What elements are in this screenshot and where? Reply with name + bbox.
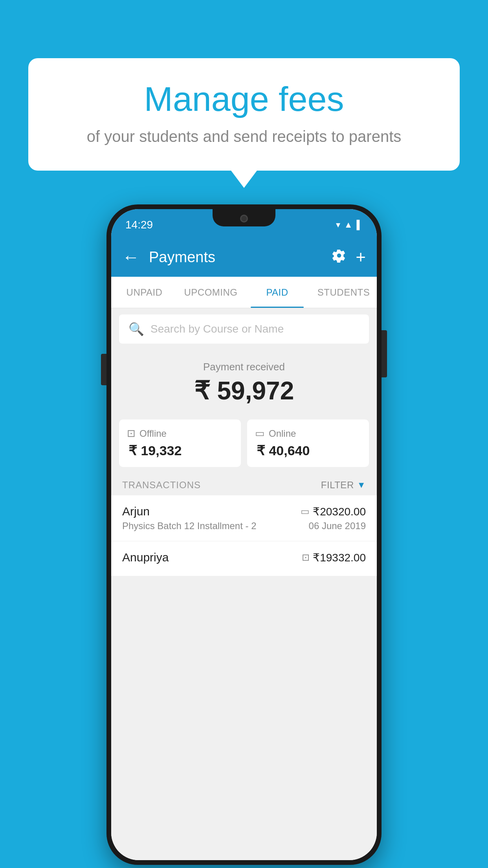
content-area: 🔍 Search by Course or Name Payment recei… [111,308,377,860]
transaction-amount-anupriya: ₹19332.00 [313,551,366,564]
transaction-course-arjun: Physics Batch 12 Installment - 2 [122,520,256,531]
offline-icon: ⊡ [127,427,136,440]
offline-card: ⊡ Offline ₹ 19,332 [119,419,241,467]
transaction-name-anupriya: Anupriya [122,551,169,564]
transaction-amount-row-arjun: ▭ ₹20320.00 [301,505,366,518]
transaction-row-arjun[interactable]: Arjun ▭ ₹20320.00 Physics Batch 12 Insta… [111,495,377,541]
add-button[interactable]: + [356,247,366,267]
tab-unpaid[interactable]: UNPAID [111,277,178,308]
transaction-name-arjun: Arjun [122,505,150,518]
tab-paid[interactable]: PAID [244,277,310,308]
transaction-bottom-arjun: Physics Batch 12 Installment - 2 06 June… [122,520,366,531]
payment-received-section: Payment received ₹ 59,972 [111,350,377,413]
settings-icon[interactable] [332,248,346,266]
transactions-label: TRANSACTIONS [122,480,201,491]
offline-amount: ₹ 19,332 [127,443,233,458]
transaction-card-icon-arjun: ▭ [301,506,310,517]
tab-upcoming[interactable]: UPCOMING [178,277,244,308]
filter-label: FILTER [321,480,354,491]
filter-button[interactable]: FILTER ▼ [321,480,366,491]
phone-screen: 14:29 ▾ ▲ ▌ ← Payments + [111,209,377,860]
payment-cards: ⊡ Offline ₹ 19,332 ▭ Online ₹ 40,640 [119,419,369,467]
app-bar: ← Payments + [111,237,377,277]
search-bar[interactable]: 🔍 Search by Course or Name [119,314,369,344]
status-time: 14:29 [125,215,153,231]
status-icons: ▾ ▲ ▌ [336,217,363,230]
transaction-offline-icon-anupriya: ⊡ [302,552,310,563]
phone-notch [213,209,275,226]
payment-received-label: Payment received [119,361,369,373]
transaction-row-anupriya[interactable]: Anupriya ⊡ ₹19332.00 [111,541,377,576]
transaction-top-anupriya: Anupriya ⊡ ₹19332.00 [122,551,366,564]
online-label: Online [269,428,296,439]
online-card: ▭ Online ₹ 40,640 [247,419,369,467]
notch-camera [240,215,248,223]
app-bar-title: Payments [149,249,323,266]
speech-bubble-title: Manage fees [52,80,436,118]
battery-icon: ▌ [356,220,363,230]
online-amount: ₹ 40,640 [255,443,361,458]
phone-outer: 14:29 ▾ ▲ ▌ ← Payments + [106,204,382,865]
speech-bubble-subtitle: of your students and send receipts to pa… [52,128,436,145]
search-input[interactable]: Search by Course or Name [150,323,284,335]
signal-icon: ▲ [344,220,353,230]
offline-label: Offline [139,428,167,439]
tabs: UNPAID UPCOMING PAID STUDENTS [111,277,377,308]
tab-students[interactable]: STUDENTS [310,277,377,308]
back-button[interactable]: ← [122,247,139,267]
offline-card-header: ⊡ Offline [127,427,233,440]
speech-bubble: Manage fees of your students and send re… [28,58,460,171]
transaction-top-arjun: Arjun ▭ ₹20320.00 [122,505,366,518]
wifi-icon: ▾ [336,220,340,230]
transactions-header: TRANSACTIONS FILTER ▼ [111,473,377,495]
transaction-amount-arjun: ₹20320.00 [313,505,366,518]
phone-mockup: 14:29 ▾ ▲ ▌ ← Payments + [106,204,382,865]
transaction-amount-row-anupriya: ⊡ ₹19332.00 [302,551,366,564]
payment-received-amount: ₹ 59,972 [119,376,369,405]
transaction-date-arjun: 06 June 2019 [309,520,366,531]
search-icon: 🔍 [128,322,144,337]
online-icon: ▭ [255,427,265,440]
online-card-header: ▭ Online [255,427,361,440]
filter-icon: ▼ [357,480,366,490]
